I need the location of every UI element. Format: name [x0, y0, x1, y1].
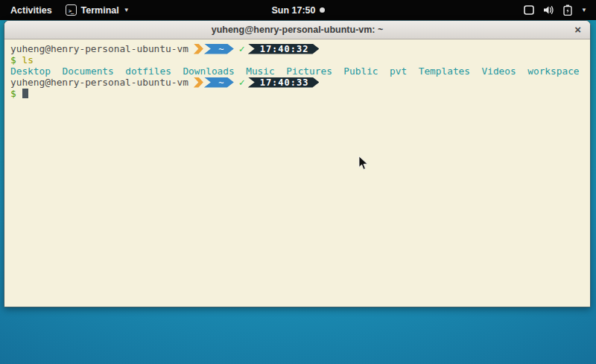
input-line[interactable]: $: [10, 88, 590, 99]
directory-name: Templates: [419, 66, 470, 77]
directory-name: Videos: [482, 66, 516, 77]
close-icon[interactable]: ×: [574, 23, 581, 36]
app-menu-label: Terminal: [81, 5, 119, 16]
prompt-line: yuheng@henry-personal-ubuntu-vm ~ ✓ 17:4…: [10, 43, 590, 54]
system-status-area[interactable]: ▼: [524, 4, 596, 16]
directory-name: Pictures: [286, 66, 332, 77]
directory-name: Music: [246, 66, 275, 77]
prompt-check-icon: ✓: [239, 77, 245, 88]
ls-output-line: Desktop Documents dotfiles Downloads Mus…: [10, 66, 590, 77]
chevron-down-icon: ▼: [124, 7, 130, 13]
app-menu[interactable]: >_ Terminal ▼: [66, 4, 130, 16]
terminal-icon: >_: [66, 4, 77, 16]
directory-name: pvt: [390, 66, 407, 77]
directory-name: dotfiles: [125, 66, 171, 77]
directory-name: Public: [343, 66, 378, 77]
prompt-check-icon: ✓: [239, 43, 245, 54]
terminal-cursor: [22, 89, 28, 98]
directory-name: Desktop: [10, 66, 51, 77]
battery-charging-icon: [563, 4, 572, 16]
top-bar: Activities >_ Terminal ▼ Sun 17:50 ▼: [0, 0, 596, 20]
screencast-icon: [524, 5, 534, 15]
prompt-cwd-segment: ~: [204, 77, 234, 88]
prompt-user-host: yuheng@henry-personal-ubuntu-vm: [10, 43, 188, 54]
terminal-content[interactable]: yuheng@henry-personal-ubuntu-vm ~ ✓ 17:4…: [4, 39, 590, 307]
typed-command: ls: [22, 54, 33, 66]
prompt-symbol: $: [10, 54, 16, 66]
clock[interactable]: Sun 17:50: [271, 5, 315, 16]
screen-record-indicator-icon: [320, 7, 325, 13]
activities-button[interactable]: Activities: [7, 4, 55, 17]
mouse-pointer-icon: [358, 156, 368, 173]
window-titlebar[interactable]: yuheng@henry-personal-ubuntu-vm: ~ ×: [4, 21, 590, 39]
directory-name: Downloads: [183, 66, 234, 77]
prompt-chevron-icon: [194, 44, 203, 54]
directory-name: Documents: [62, 66, 113, 77]
prompt-user-host: yuheng@henry-personal-ubuntu-vm: [10, 77, 188, 88]
directory-name: workspace: [527, 66, 579, 77]
window-title: yuheng@henry-personal-ubuntu-vm: ~: [212, 25, 384, 35]
prompt-symbol: $: [10, 88, 16, 99]
prompt-time-segment: 17:40:33: [248, 77, 320, 88]
prompt-time-segment: 17:40:32: [248, 44, 320, 54]
volume-icon: [543, 5, 554, 15]
command-line: $ ls: [10, 54, 590, 66]
prompt-line: yuheng@henry-personal-ubuntu-vm ~ ✓ 17:4…: [10, 77, 590, 88]
prompt-chevron-icon: [194, 77, 203, 88]
prompt-cwd-segment: ~: [204, 44, 234, 54]
chevron-down-icon: ▼: [581, 7, 587, 13]
terminal-window: yuheng@henry-personal-ubuntu-vm: ~ × yuh…: [4, 20, 591, 307]
top-bar-left: Activities >_ Terminal ▼: [0, 4, 130, 17]
